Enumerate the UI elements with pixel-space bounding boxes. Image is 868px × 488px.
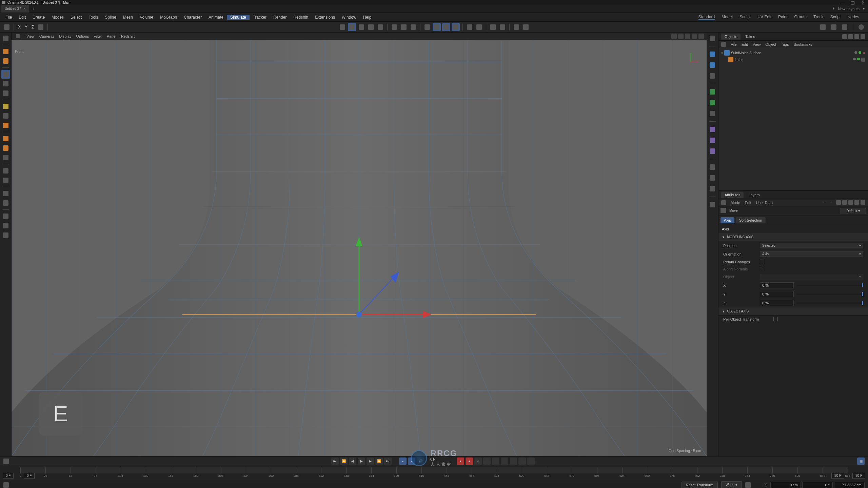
viewport-nav-5[interactable] — [698, 34, 704, 39]
edge-tool[interactable] — [1, 121, 10, 130]
key-opt-3[interactable] — [492, 458, 499, 465]
menu-tracker[interactable]: Tracker — [250, 15, 270, 20]
workplane-2[interactable] — [400, 23, 408, 31]
axis-mode[interactable] — [1, 153, 10, 162]
modeling-axis-header[interactable]: ▼ MODELING AXIS — [718, 233, 868, 241]
workplane-mode[interactable] — [1, 212, 10, 221]
live-select-tool[interactable] — [1, 47, 10, 56]
view-menu-cameras[interactable]: Cameras — [39, 34, 55, 38]
workspace-model[interactable]: Model — [722, 15, 733, 20]
enable-dot[interactable] — [857, 58, 860, 60]
model-mode[interactable] — [1, 134, 10, 143]
menu-extensions[interactable]: Extensions — [312, 15, 338, 20]
coord-apply-icon[interactable] — [745, 482, 751, 488]
close-obj-icon[interactable]: ✕ — [863, 51, 865, 55]
view-menu-redshift[interactable]: Redshift — [121, 34, 135, 38]
range-start-field[interactable]: 0 F — [3, 473, 14, 479]
menu-tools[interactable]: Tools — [85, 15, 101, 20]
brush-tool[interactable] — [1, 102, 10, 111]
obj-menu-bookmarks[interactable]: Bookmarks — [793, 42, 812, 46]
menu-help[interactable]: Help — [360, 15, 375, 20]
range-end-field[interactable]: 90 F — [852, 473, 865, 479]
workspace-script[interactable]: Script — [830, 15, 841, 20]
view-menu-display[interactable]: Display — [59, 34, 71, 38]
reset-transform-button[interactable]: Reset Transform — [682, 482, 718, 488]
menu-file[interactable]: File — [2, 15, 15, 20]
axis-x-value[interactable]: 0 % — [760, 282, 794, 288]
object-mode[interactable] — [1, 144, 10, 152]
maximize-button[interactable]: ▢ — [849, 0, 856, 5]
sub-tab-soft-selection[interactable]: Soft Selection — [736, 217, 766, 223]
obj-menu-object[interactable]: Object — [765, 42, 776, 46]
texture-mode[interactable] — [1, 189, 10, 198]
viewport[interactable]: Front — [12, 40, 707, 456]
attr-menu-mode[interactable]: Mode — [731, 201, 740, 205]
history-icon[interactable] — [708, 34, 717, 43]
document-tab[interactable]: Untitled 3 * × — [1, 5, 29, 13]
tab-takes[interactable]: Takes — [742, 34, 758, 40]
menu-character[interactable]: Character — [180, 15, 205, 20]
field-icon[interactable] — [708, 136, 717, 145]
render-settings-button[interactable] — [841, 23, 849, 31]
attr-menu-userdata[interactable]: User Data — [756, 201, 773, 205]
attr-menu-icon[interactable] — [861, 200, 865, 205]
coord-space-dropdown[interactable]: World ▾ — [721, 481, 742, 488]
timeline-ruler[interactable]: 0 F 026527810413015618220823426028631233… — [0, 466, 868, 480]
goto-start-button[interactable]: ⏮ — [331, 458, 339, 465]
snap-toggle-3[interactable] — [357, 23, 366, 31]
key-opt-4[interactable] — [501, 458, 508, 465]
minimize-button[interactable]: — — [839, 0, 846, 5]
menu-animate[interactable]: Animate — [205, 15, 227, 20]
obj-menu-edit[interactable]: Edit — [742, 42, 748, 46]
menu-render[interactable]: Render — [270, 15, 290, 20]
obj-panel-menu-icon[interactable] — [861, 34, 865, 39]
move-tool[interactable] — [1, 70, 10, 79]
layout-menu-icon[interactable]: ▾ — [863, 7, 865, 11]
current-frame-field[interactable]: 0 F — [430, 458, 451, 465]
axis-lock-icon[interactable] — [37, 23, 45, 31]
menu-edit[interactable]: Edit — [15, 15, 29, 20]
workspace-uv-edit[interactable]: UV Edit — [757, 15, 771, 20]
workspace-standard[interactable]: Standard — [698, 15, 715, 20]
obj-panel-eye-icon[interactable] — [854, 34, 859, 39]
autokey-button[interactable]: ⬥ — [399, 458, 407, 465]
material-icon[interactable] — [708, 200, 717, 209]
menu-volume[interactable]: Volume — [136, 15, 157, 20]
axis-z-value[interactable]: 0 % — [760, 300, 794, 306]
menu-window[interactable]: Window — [338, 15, 360, 20]
pos-x-field[interactable]: 0 cm — [770, 482, 801, 488]
enable-dot[interactable] — [859, 51, 861, 54]
viewport-nav-1[interactable] — [671, 34, 677, 39]
keyframe-marker-icon[interactable] — [3, 459, 9, 464]
obj-panel-search-icon[interactable] — [842, 34, 847, 39]
axis-z-slider[interactable] — [796, 302, 863, 304]
misc-2[interactable] — [498, 23, 507, 31]
range-preview-start[interactable]: 0 F — [24, 473, 35, 479]
snap-toggle-1[interactable] — [338, 23, 347, 31]
key-opt-5[interactable] — [510, 458, 517, 465]
viewport-nav-3[interactable] — [685, 34, 690, 39]
deformer-icon[interactable] — [708, 125, 717, 134]
cloner-icon[interactable] — [708, 98, 717, 107]
sym-toggle-2[interactable] — [475, 23, 483, 31]
tree-row-lathe[interactable]: Lathe — [720, 56, 867, 63]
close-button[interactable]: ✕ — [859, 0, 867, 5]
default-preset-dropdown[interactable]: Default ▾ — [841, 208, 866, 214]
menu-modes[interactable]: Modes — [48, 15, 67, 20]
attr-back-icon[interactable]: ← — [823, 200, 828, 205]
menu-create[interactable]: Create — [29, 15, 48, 20]
workspace-sculpt[interactable]: Sculpt — [739, 15, 751, 20]
prev-frame-button[interactable]: ◀ — [349, 458, 356, 465]
axis-y-value[interactable]: 0 % — [760, 291, 794, 297]
attr-fwd-icon[interactable]: → — [829, 200, 835, 205]
view-menu-options[interactable]: Options — [76, 34, 89, 38]
sound-button[interactable]: 🔊 — [417, 458, 424, 465]
render-pv-button[interactable] — [830, 23, 838, 31]
menu-mesh[interactable]: Mesh — [120, 15, 136, 20]
rotate-tool[interactable] — [1, 79, 10, 88]
view-menu-panel[interactable]: Panel — [107, 34, 116, 38]
axis-y-slider[interactable] — [796, 293, 863, 295]
edges-mode[interactable] — [1, 176, 10, 185]
rect-select-tool[interactable] — [1, 57, 10, 65]
snap-toggle-2[interactable] — [348, 23, 356, 31]
